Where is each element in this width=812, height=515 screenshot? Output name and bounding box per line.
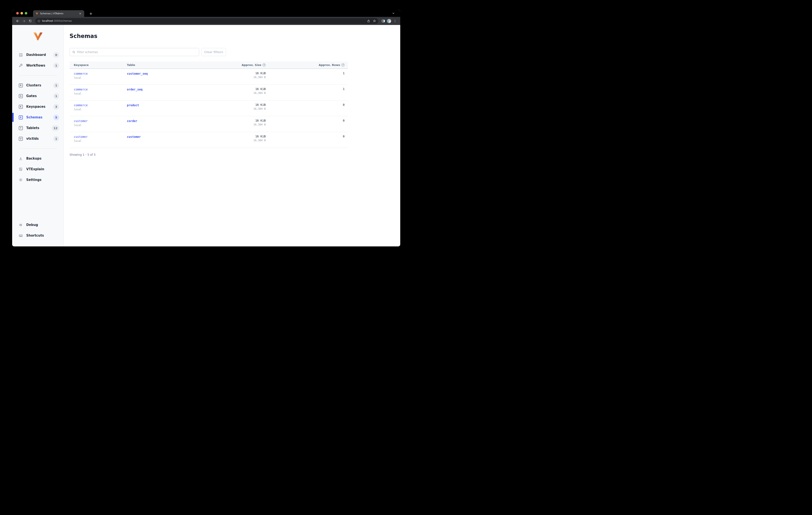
back-button[interactable] (15, 18, 20, 24)
sidebar-bottom-group: Debug Shortcuts (12, 219, 63, 246)
schemas-table: Keyspace Table Approx. Size ? Approx. Ro… (69, 61, 348, 148)
share-icon[interactable] (367, 20, 370, 23)
header-approx-rows: Approx. Rows ? (269, 63, 348, 66)
tab-title: Schemas | VTAdmin (40, 12, 77, 15)
main-panel: Schemas Clear filters Keyspace Table App (64, 25, 400, 246)
profile-avatar[interactable] (387, 19, 391, 23)
reload-button[interactable] (28, 18, 33, 24)
tab-schemas[interactable]: Schemas | VTAdmin ✕ (33, 10, 84, 17)
sidebar-item-label: Keyspaces (26, 105, 50, 109)
table-row: commerce local customer_seq 16 KiB 16,38… (69, 69, 348, 85)
keyboard-icon (19, 234, 23, 238)
cluster-label: local (74, 92, 123, 95)
keyspace-link[interactable]: customer (74, 135, 88, 138)
approx-rows-value: 1 (269, 87, 345, 91)
table-row: customer local customer 16 KiB 16,384 B … (69, 132, 348, 148)
address-bar[interactable]: localhost:3000/schemas (35, 18, 378, 24)
site-info-icon[interactable] (37, 20, 40, 22)
forward-button[interactable] (21, 18, 27, 24)
count-badge: 0 (53, 52, 59, 58)
size-bytes-value: 16,384 B (201, 139, 266, 142)
bookmark-star-icon[interactable] (373, 19, 376, 23)
table-row: customer local corder 16 KiB 16,384 B 0 (69, 116, 348, 132)
approx-size-value: 16 KiB (201, 72, 266, 75)
sidebar-item-label: vtctlds (26, 137, 50, 141)
kebab-menu-icon (394, 20, 397, 23)
chevron-down-icon[interactable] (392, 11, 395, 15)
sidebar-item-workflows[interactable]: Workflows 1 (12, 60, 63, 71)
schemas-letter-icon: S (19, 115, 23, 119)
tab-strip: Schemas | VTAdmin ✕ + (12, 9, 400, 17)
sidebar-item-clusters[interactable]: R Clusters 1 (12, 80, 63, 91)
size-help-icon[interactable]: ? (262, 63, 266, 66)
gear-icon (19, 178, 23, 182)
header-table: Table (123, 63, 201, 66)
sidebar-item-shortcuts[interactable]: Shortcuts (12, 230, 63, 241)
page-title: Schemas (69, 32, 392, 40)
keyspace-link[interactable]: commerce (74, 104, 88, 107)
cluster-label: local (74, 124, 123, 127)
sidebar-item-settings[interactable]: Settings (12, 174, 63, 185)
header-keyspace: Keyspace (69, 63, 123, 66)
browser-menu-button[interactable] (392, 18, 398, 24)
count-badge: 5 (53, 114, 59, 120)
close-tab-icon[interactable]: ✕ (78, 12, 82, 16)
table-link[interactable]: order_seq (127, 88, 142, 91)
approx-size-value: 16 KiB (201, 103, 266, 106)
sidebar-item-label: Gates (26, 94, 50, 98)
cluster-label: local (74, 108, 123, 111)
keyspace-link[interactable]: commerce (74, 72, 88, 75)
count-badge: 12 (52, 125, 59, 131)
new-tab-button[interactable]: + (89, 10, 92, 17)
sidebar-item-gates[interactable]: G Gates 1 (12, 91, 63, 101)
sidebar-item-label: Tablets (26, 126, 49, 130)
approx-rows-value: 1 (269, 72, 345, 75)
filter-input-wrapper (69, 48, 199, 56)
sidebar-item-label: Backups (26, 157, 59, 160)
approx-size-value: 16 KiB (201, 135, 266, 138)
back-icon (17, 20, 19, 22)
table-link[interactable]: product (127, 104, 139, 107)
clusters-letter-icon: R (19, 83, 23, 87)
sidebar-item-label: Debug (26, 223, 59, 227)
table-link[interactable]: corder (127, 119, 137, 123)
filter-controls: Clear filters (69, 48, 392, 56)
sidebar-item-vtctlds[interactable]: V vtctlds 1 (12, 133, 63, 144)
tablets-letter-icon: T (19, 126, 23, 130)
approx-rows-value: 0 (269, 119, 345, 122)
approx-rows-value: 0 (269, 135, 345, 138)
sidebar: Dashboard 0 Workflows 1 R Clusters 1 G G… (12, 25, 64, 246)
clear-filters-button[interactable]: Clear filters (201, 48, 226, 56)
count-badge: 3 (53, 104, 59, 110)
side-panel-icon (381, 19, 385, 23)
sidebar-item-keyspaces[interactable]: K Keyspaces 3 (12, 101, 63, 112)
sidebar-item-backups[interactable]: Backups (12, 153, 63, 164)
minimize-window-button[interactable] (21, 12, 23, 15)
sidebar-item-debug[interactable]: Debug (12, 219, 63, 230)
sidebar-item-schemas[interactable]: S Schemas 5 (12, 112, 63, 123)
header-approx-size: Approx. Size ? (201, 63, 269, 66)
table-link[interactable]: customer_seq (127, 72, 148, 75)
side-panel-button[interactable] (380, 18, 386, 24)
url-text: localhost:3000/schemas (42, 20, 72, 22)
size-bytes-value: 16,384 B (201, 76, 266, 79)
sidebar-item-dashboard[interactable]: Dashboard 0 (12, 50, 63, 60)
keyspace-link[interactable]: commerce (74, 88, 88, 91)
close-window-button[interactable] (16, 12, 19, 15)
size-bytes-value: 16,384 B (201, 91, 266, 94)
url-host: localhost (42, 20, 53, 22)
count-badge: 1 (53, 63, 59, 69)
size-bytes-value: 16,384 B (201, 107, 266, 110)
reload-icon (29, 20, 31, 22)
forward-icon (23, 20, 25, 22)
keyspace-link[interactable]: customer (74, 119, 88, 123)
sidebar-divider (19, 148, 57, 149)
zoom-window-button[interactable] (25, 12, 27, 15)
table-link[interactable]: customer (127, 135, 141, 138)
size-bytes-value: 16,384 B (201, 123, 266, 126)
cluster-label: local (74, 139, 123, 142)
filter-schemas-input[interactable] (77, 50, 196, 54)
sidebar-item-vtexplain[interactable]: VTExplain (12, 164, 63, 174)
sidebar-item-tablets[interactable]: T Tablets 12 (12, 123, 63, 133)
rows-help-icon[interactable]: ? (341, 63, 345, 66)
